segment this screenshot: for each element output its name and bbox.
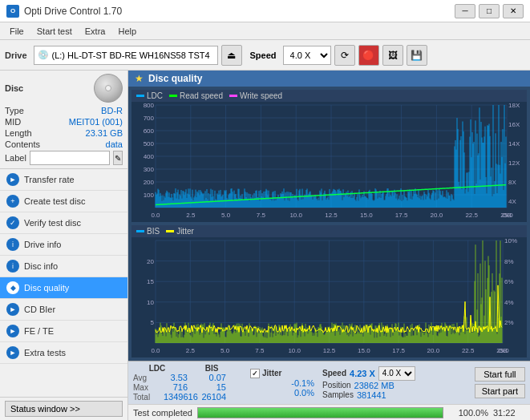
close-button[interactable]: ✕ — [503, 4, 524, 18]
toolbar-btn-4[interactable]: 💾 — [407, 45, 427, 66]
minimize-button[interactable]: ─ — [455, 4, 475, 18]
disc-contents-row: Contents data — [5, 139, 123, 149]
sidebar-item-transfer-rate[interactable]: ► Transfer rate — [0, 169, 127, 191]
app-icon: O — [6, 5, 19, 18]
fe-te-icon: ► — [6, 325, 19, 337]
status-window-button[interactable]: Status window >> — [5, 401, 123, 417]
sidebar-item-verify-test[interactable]: ✓ Verify test disc — [0, 212, 127, 234]
bis-header: BIS — [188, 364, 236, 373]
top-chart-canvas — [131, 102, 527, 222]
start-full-button[interactable]: Start full — [475, 367, 525, 382]
legend-write: Write speed — [229, 91, 282, 100]
disc-type-row: Type BD-R — [5, 106, 123, 115]
disc-info-label: Disc info — [24, 261, 58, 271]
progress-bar-outer — [197, 407, 443, 418]
legend-bis: BIS — [136, 227, 160, 236]
speed-select[interactable]: 4.0 X 2.0 X 1.0 X — [283, 46, 331, 65]
eject-button[interactable]: ⏏ — [221, 45, 242, 66]
type-value: BD-R — [101, 106, 123, 115]
jitter-header: Jitter — [262, 369, 281, 378]
chart-header: ★ Disc quality — [128, 71, 530, 87]
titlebar-left: O Opti Drive Control 1.70 — [6, 5, 122, 18]
progress-area: Test completed 100.0% 31:22 — [128, 404, 530, 420]
toolbar-btn-1[interactable]: ⟳ — [334, 45, 355, 66]
start-part-button[interactable]: Start part — [475, 384, 525, 398]
sidebar-item-cd-bier[interactable]: ► CD BIer — [0, 299, 127, 321]
sidebar-item-create-test[interactable]: + Create test disc — [0, 191, 127, 212]
stats-bar: LDC BIS Avg 3.53 0.07 Max 716 15 Total 1… — [128, 361, 530, 404]
jitter-avg: -0.1% — [250, 378, 314, 388]
ldc-max: 716 — [164, 382, 188, 392]
position-value: 23862 MB — [354, 381, 394, 390]
disc-visual — [94, 74, 123, 103]
disc-mid-row: MID MEIT01 (001) — [5, 117, 123, 127]
type-label: Type — [5, 106, 24, 115]
progress-percent: 100.0% — [448, 408, 488, 418]
cd-bier-label: CD BIer — [24, 305, 55, 314]
jitter-label: Jitter — [176, 227, 194, 236]
disc-quality-label: Disc quality — [24, 283, 69, 293]
menu-help[interactable]: Help — [111, 25, 143, 38]
label-input[interactable] — [30, 151, 110, 165]
jitter-stats: ✓ Jitter -0.1% 0.0% — [250, 369, 314, 398]
status-bar: Status window >> — [0, 397, 127, 420]
sidebar-item-drive-info[interactable]: i Drive info — [0, 234, 127, 256]
content-area: ★ Disc quality LDC Read speed — [128, 71, 530, 420]
bottom-chart-area — [131, 237, 527, 357]
disc-hole — [105, 85, 111, 91]
position-label: Position — [322, 381, 351, 390]
menu-extra[interactable]: Extra — [79, 25, 112, 38]
speed-select-stats[interactable]: 4.0 X — [378, 366, 415, 381]
bis-avg: 0.07 — [194, 373, 226, 382]
mid-label: MID — [5, 117, 21, 127]
maximize-button[interactable]: □ — [479, 4, 500, 18]
drive-select[interactable]: 💿 (L:) HL-DT-ST BD-RE WH16NS58 TST4 — [34, 46, 218, 65]
action-buttons: Start full Start part — [475, 367, 525, 398]
legend-read: Read speed — [169, 91, 223, 100]
cd-bier-icon: ► — [6, 303, 19, 316]
bottom-chart-container: BIS Jitter — [131, 225, 527, 357]
length-value: 23.31 GB — [86, 128, 123, 138]
toolbar-btn-2[interactable]: 🔴 — [358, 45, 379, 66]
speed-header: Speed — [322, 369, 346, 378]
disc-panel: Disc Type BD-R MID MEIT01 (001) Length 2… — [0, 71, 127, 169]
length-label: Length — [5, 128, 32, 138]
label-edit-button[interactable]: ✎ — [113, 151, 123, 165]
create-test-label: Create test disc — [24, 196, 85, 206]
samples-label: Samples — [322, 390, 354, 399]
disc-panel-title: Disc — [5, 83, 23, 93]
sidebar-item-disc-quality[interactable]: ◆ Disc quality — [0, 277, 127, 299]
sidebar-item-extra-tests[interactable]: ► Extra tests — [0, 342, 127, 364]
read-label: Read speed — [180, 91, 223, 100]
ldc-header: LDC — [133, 364, 181, 373]
chart-title: Disc quality — [148, 73, 202, 84]
sidebar-item-fe-te[interactable]: ► FE / TE — [0, 321, 127, 342]
menubar: File Start test Extra Help — [0, 22, 530, 40]
toolbar-btn-3[interactable]: 🖼 — [382, 45, 403, 66]
speed-label: Speed — [250, 50, 277, 60]
nav-items: ► Transfer rate + Create test disc ✓ Ver… — [0, 169, 127, 397]
menu-file[interactable]: File — [3, 25, 30, 38]
extra-tests-label: Extra tests — [24, 348, 66, 357]
extra-tests-icon: ► — [6, 346, 19, 359]
samples-row: Samples 381441 — [322, 390, 415, 400]
disc-info-icon: i — [6, 260, 19, 273]
drive-value: (L:) HL-DT-ST BD-RE WH16NS58 TST4 — [52, 50, 210, 60]
top-chart-container: LDC Read speed Write speed — [131, 90, 527, 222]
top-chart-area — [131, 102, 527, 222]
contents-value: data — [106, 139, 123, 149]
jitter-checkbox[interactable]: ✓ — [250, 369, 260, 378]
sidebar-item-disc-info[interactable]: i Disc info — [0, 256, 127, 277]
drive-info-icon: i — [6, 238, 19, 251]
speed-pos-stats: Speed 4.23 X 4.0 X Position 23862 MB Sam… — [322, 366, 415, 400]
legend-jitter: Jitter — [166, 227, 194, 236]
jitter-dot — [166, 230, 174, 232]
max-label: Max — [133, 383, 157, 392]
total-row: Total 1349616 26104 — [133, 392, 245, 402]
write-label: Write speed — [240, 91, 282, 100]
read-dot — [169, 95, 177, 97]
transfer-rate-label: Transfer rate — [24, 175, 75, 184]
jitter-max: 0.0% — [250, 388, 314, 398]
bottom-chart-canvas — [131, 237, 527, 357]
menu-start-test[interactable]: Start test — [30, 25, 79, 38]
